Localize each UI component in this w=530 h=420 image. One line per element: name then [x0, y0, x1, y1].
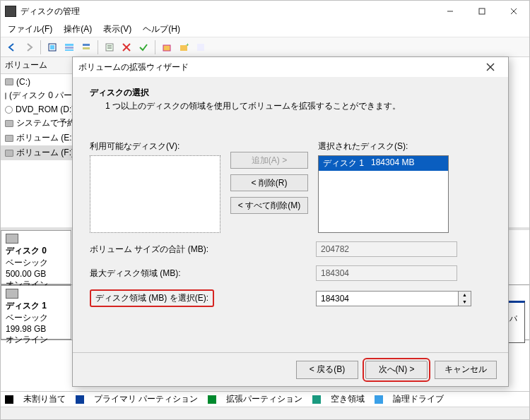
spin-up-icon[interactable]: ▲ — [459, 292, 471, 299]
table-view-icon[interactable] — [61, 39, 78, 56]
total-size-label: ボリューム サイズの合計 (MB): — [90, 244, 316, 256]
drive-icon — [5, 150, 13, 157]
toolbar: + — [1, 37, 529, 57]
remove-all-button[interactable]: < すべて削除(M) — [230, 197, 308, 214]
total-size-value: 204782 — [316, 241, 457, 257]
disk-icon — [6, 289, 18, 299]
svg-rect-8 — [65, 49, 73, 51]
disk-info: ディスク 0 ベーシック 500.00 GB オンライン — [1, 230, 71, 284]
selected-disks-list[interactable]: ディスク 1 184304 MB — [318, 155, 449, 233]
menu-view[interactable]: 表示(V) — [98, 22, 137, 37]
disk-info: ディスク 1 ベーシック 199.98 GB オンライン — [1, 285, 71, 340]
svg-rect-1 — [479, 8, 485, 14]
available-disks-list[interactable] — [90, 155, 220, 233]
maximize-button[interactable] — [466, 1, 497, 22]
max-size-label: 最大ディスク領域 (MB): — [90, 268, 316, 280]
drive-icon — [5, 92, 6, 100]
settings-icon[interactable] — [78, 39, 95, 56]
drive-icon — [5, 78, 13, 85]
dialog-body: ディスクの選択 1 つ以上のディスクの領域を使用してボリュームを拡張することがで… — [73, 77, 508, 352]
dialog-title: ボリュームの拡張ウィザード — [78, 61, 478, 73]
svg-rect-5 — [50, 45, 54, 49]
new-folder-icon[interactable] — [158, 39, 175, 56]
svg-rect-10 — [83, 47, 90, 49]
svg-rect-19 — [197, 44, 204, 51]
drive-icon — [5, 120, 13, 127]
svg-text:+: + — [186, 42, 189, 48]
forward-icon[interactable] — [20, 39, 37, 56]
app-icon — [5, 6, 16, 17]
wizard-subtext: 1 つ以上のディスクの領域を使用してボリュームを拡張することができます。 — [105, 100, 491, 112]
svg-rect-7 — [65, 47, 73, 49]
swatch-logical — [375, 395, 383, 404]
delete-icon[interactable] — [118, 39, 135, 56]
close-button[interactable] — [497, 1, 529, 22]
help-icon[interactable] — [192, 39, 209, 56]
svg-rect-11 — [106, 44, 113, 51]
refresh-icon[interactable] — [44, 39, 61, 56]
select-size-spinner[interactable]: ▲ ▼ — [316, 291, 471, 306]
swatch-primary — [76, 395, 84, 404]
remove-button[interactable]: < 削除(R) — [230, 174, 308, 191]
window-title: ディスクの管理 — [20, 6, 434, 18]
menu-file[interactable]: ファイル(F) — [2, 22, 58, 37]
dialog-footer: < 戻る(B) 次へ(N) > キャンセル — [73, 352, 508, 386]
svg-rect-9 — [83, 44, 90, 46]
spin-down-icon[interactable]: ▼ — [459, 299, 471, 306]
swatch-extended — [208, 395, 216, 404]
titlebar: ディスクの管理 — [1, 1, 529, 22]
back-icon[interactable] — [4, 39, 20, 56]
extend-volume-wizard: ボリュームの拡張ウィザード ディスクの選択 1 つ以上のディスクの領域を使用して… — [72, 56, 509, 387]
swatch-unallocated — [5, 395, 13, 404]
swatch-free — [312, 395, 321, 404]
drive-icon — [5, 135, 13, 142]
menu-action[interactable]: 操作(A) — [58, 22, 98, 37]
new-partition-icon[interactable]: + — [175, 39, 192, 56]
wizard-heading: ディスクの選択 — [90, 87, 491, 99]
menubar: ファイル(F) 操作(A) 表示(V) ヘルプ(H) — [1, 22, 529, 37]
minimize-button[interactable] — [434, 1, 466, 22]
statusbar — [1, 407, 529, 419]
dialog-titlebar: ボリュームの拡張ウィザード — [73, 57, 508, 77]
dvd-icon — [5, 106, 13, 114]
next-button[interactable]: 次へ(N) > — [365, 361, 428, 379]
disk-icon — [6, 234, 18, 244]
selected-disks-label: 選択されたディスク(S): — [318, 140, 449, 152]
back-button[interactable]: < 戻る(B) — [296, 361, 358, 379]
select-size-input[interactable] — [316, 291, 459, 306]
menu-help[interactable]: ヘルプ(H) — [137, 22, 186, 37]
max-size-value: 184304 — [316, 265, 457, 281]
selected-disk-row[interactable]: ディスク 1 184304 MB — [319, 156, 448, 171]
check-icon[interactable] — [135, 39, 152, 56]
select-size-label: ディスク領域 (MB) を選択(E): — [90, 289, 214, 307]
svg-rect-16 — [163, 45, 170, 51]
properties-icon[interactable] — [101, 39, 118, 56]
cancel-button[interactable]: キャンセル — [435, 361, 497, 379]
dialog-close-button[interactable] — [478, 59, 502, 76]
svg-rect-6 — [65, 44, 73, 46]
available-disks-label: 利用可能なディスク(V): — [90, 140, 220, 152]
add-button[interactable]: 追加(A) > — [230, 152, 308, 169]
legend: 未割り当て プライマリ パーティション 拡張パーティション 空き領域 論理ドライ… — [1, 391, 529, 407]
